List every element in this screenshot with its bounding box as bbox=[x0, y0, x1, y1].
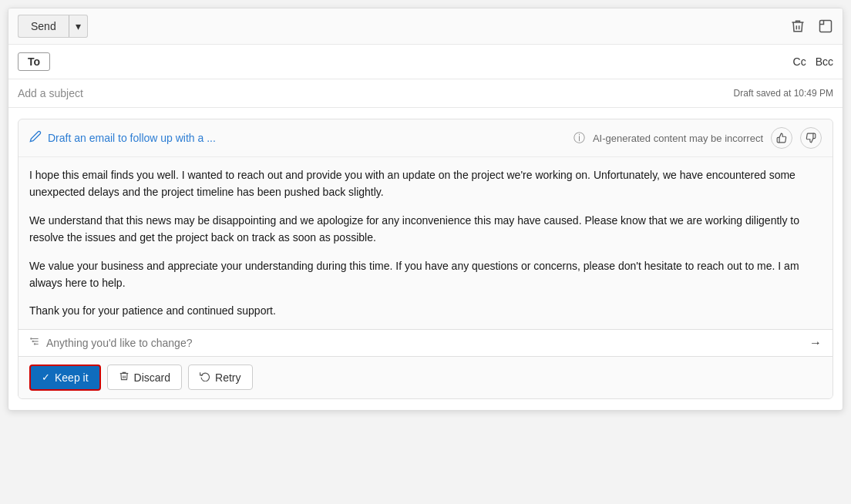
ai-header-right: ⓘ AI-generated content may be incorrect bbox=[574, 127, 822, 149]
to-label: To bbox=[18, 52, 50, 71]
subject-row: Add a subject Draft saved at 10:49 PM bbox=[8, 79, 843, 108]
thumbdown-button[interactable] bbox=[800, 127, 822, 149]
info-icon[interactable]: ⓘ bbox=[574, 131, 585, 146]
delete-icon[interactable] bbox=[790, 18, 806, 34]
thumbup-button[interactable] bbox=[771, 127, 792, 149]
email-paragraph-4: Thank you for your patience and continue… bbox=[29, 302, 822, 319]
email-paragraph-3: We value your business and appreciate yo… bbox=[29, 257, 822, 292]
svg-point-4 bbox=[30, 338, 32, 340]
toolbar-left: Send ▾ bbox=[18, 15, 88, 38]
submit-arrow-icon[interactable]: → bbox=[809, 336, 822, 350]
ai-pen-icon bbox=[29, 130, 42, 146]
compose-window: Send ▾ To Cc bbox=[8, 8, 843, 411]
keep-label: Keep it bbox=[55, 371, 89, 384]
email-body: I hope this email finds you well. I want… bbox=[18, 157, 832, 329]
change-input[interactable] bbox=[46, 337, 803, 349]
retry-button[interactable]: Retry bbox=[188, 365, 252, 390]
cc-bcc: Cc Bcc bbox=[793, 55, 833, 68]
toolbar-right bbox=[790, 18, 833, 34]
change-input-row: → bbox=[18, 329, 832, 357]
subject-input[interactable]: Add a subject bbox=[18, 87, 83, 99]
popout-icon[interactable] bbox=[818, 18, 833, 34]
check-icon: ✓ bbox=[42, 371, 50, 383]
ai-disclaimer: AI-generated content may be incorrect bbox=[593, 133, 763, 144]
draft-status: Draft saved at 10:49 PM bbox=[734, 88, 833, 99]
keep-button[interactable]: ✓ Keep it bbox=[29, 365, 101, 391]
ai-header: Draft an email to follow up with a ... ⓘ… bbox=[18, 119, 832, 157]
ai-prompt-text: Draft an email to follow up with a ... bbox=[48, 132, 567, 144]
svg-rect-0 bbox=[820, 21, 832, 32]
ai-panel: Draft an email to follow up with a ... ⓘ… bbox=[18, 119, 833, 399]
cc-button[interactable]: Cc bbox=[793, 55, 806, 68]
action-buttons: ✓ Keep it Discard bbox=[18, 357, 832, 398]
retry-label: Retry bbox=[215, 371, 240, 384]
discard-icon bbox=[119, 371, 130, 384]
retry-icon bbox=[200, 371, 210, 384]
bcc-button[interactable]: Bcc bbox=[816, 55, 833, 68]
to-row: To Cc Bcc bbox=[8, 45, 843, 79]
email-paragraph-2: We understand that this news may be disa… bbox=[29, 212, 822, 247]
discard-label: Discard bbox=[134, 371, 170, 384]
toolbar: Send ▾ bbox=[8, 8, 843, 45]
send-button[interactable]: Send bbox=[18, 15, 69, 38]
discard-button[interactable]: Discard bbox=[107, 365, 182, 390]
svg-point-5 bbox=[32, 341, 34, 342]
svg-point-6 bbox=[34, 344, 35, 345]
email-paragraph-1: I hope this email finds you well. I want… bbox=[29, 166, 822, 201]
sliders-icon bbox=[29, 336, 40, 349]
send-dropdown-button[interactable]: ▾ bbox=[69, 15, 88, 38]
